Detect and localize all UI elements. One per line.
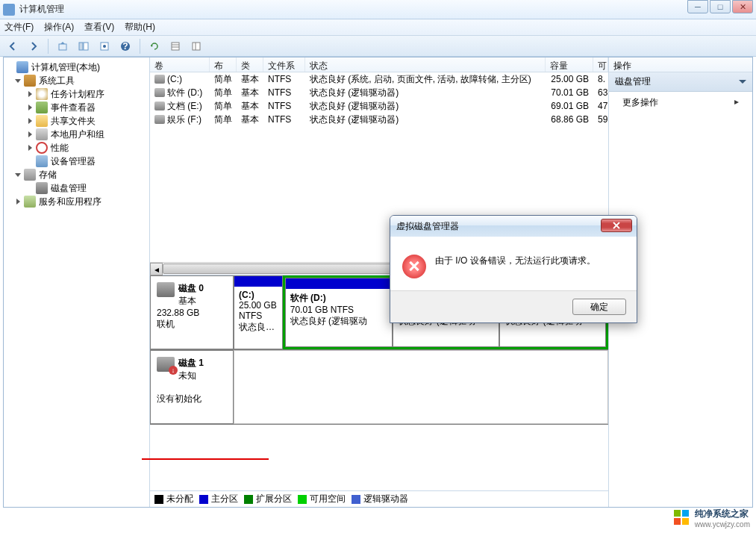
legend-logical: 逻辑驱动器 — [352, 493, 408, 505]
tree-root[interactable]: 计算机管理(本地) — [4, 60, 149, 74]
show-hide-tree-button[interactable] — [75, 38, 92, 54]
svg-point-4 — [103, 45, 106, 48]
col-layout[interactable]: 布局 — [210, 57, 237, 72]
actions-section[interactable]: 磁盘管理 — [609, 72, 752, 92]
expand-icon[interactable] — [26, 131, 34, 139]
col-volume[interactable]: 卷 — [150, 57, 210, 72]
disk-icon — [157, 282, 175, 297]
partition-header — [286, 278, 393, 289]
scroll-thumb[interactable] — [163, 264, 422, 274]
dialog-title: 虚拟磁盘管理器 — [396, 220, 459, 233]
help-button[interactable]: ? — [117, 38, 134, 54]
legend-free: 可用空间 — [298, 493, 346, 505]
legend-unallocated: 未分配 — [154, 493, 193, 505]
partition-header — [234, 276, 282, 287]
list-view-button[interactable] — [167, 38, 184, 54]
tools-icon — [24, 75, 36, 87]
dialog-titlebar[interactable]: 虚拟磁盘管理器 — [390, 216, 637, 237]
legend-extended: 扩展分区 — [244, 493, 292, 505]
volume-icon — [154, 102, 165, 110]
dialog-footer: 确定 — [390, 290, 637, 322]
volume-row[interactable]: 娱乐 (F:)简单基本NTFS状态良好 (逻辑驱动器)68.86 GB59 — [150, 113, 608, 126]
volume-header: 卷 布局 类型 文件系统 状态 容量 可 — [150, 57, 608, 72]
col-status[interactable]: 状态 — [305, 57, 546, 72]
chevron-up-icon — [739, 80, 746, 84]
storage-icon — [24, 169, 36, 181]
services-icon — [24, 196, 36, 208]
partition-c[interactable]: (C:) 25.00 GB NTFS 状态良好 (系统, 启 — [234, 275, 283, 349]
device-icon — [36, 155, 48, 167]
disk-0-info[interactable]: 磁盘 0 基本 232.88 GB 联机 — [150, 275, 234, 349]
separator — [48, 39, 49, 54]
disk-1-row[interactable]: 磁盘 1 未知 没有初始化 — [150, 350, 608, 425]
tree-scheduler[interactable]: 任务计划程序 — [4, 87, 149, 101]
disk-1-partitions — [234, 350, 608, 424]
scroll-left-button[interactable]: ◂ — [150, 263, 163, 275]
svg-rect-10 — [193, 43, 200, 50]
annotation-underline — [142, 458, 269, 460]
detail-view-button[interactable] — [188, 38, 204, 54]
close-button[interactable]: ✕ — [732, 0, 753, 13]
tree-eventviewer[interactable]: 事件查看器 — [4, 101, 149, 114]
unallocated-space[interactable] — [234, 350, 608, 424]
tree-pane: 计算机管理(本地) 系统工具 任务计划程序 事件查看器 共享文件夹 本地用户和组… — [4, 57, 150, 507]
watermark-logo — [674, 510, 690, 526]
actions-header: 操作 — [609, 57, 752, 72]
refresh-button[interactable] — [146, 38, 163, 54]
event-icon — [36, 102, 48, 113]
forward-button[interactable] — [25, 38, 42, 54]
toolbar: ? — [0, 36, 756, 57]
error-dialog: 虚拟磁盘管理器 由于 I/O 设备错误，无法运行此项请求。 确定 — [390, 215, 637, 323]
folder-icon — [36, 115, 48, 127]
volume-row[interactable]: 文档 (E:)简单基本NTFS状态良好 (逻辑驱动器)69.01 GB47 — [150, 99, 608, 113]
expand-icon[interactable] — [26, 117, 34, 125]
volume-icon — [154, 75, 165, 84]
maximize-button[interactable]: □ — [710, 0, 731, 13]
disk-error-icon — [157, 357, 175, 372]
dialog-body: 由于 I/O 设备错误，无法运行此项请求。 — [390, 237, 637, 290]
expand-icon[interactable] — [26, 144, 34, 152]
legend: 未分配 主分区 扩展分区 可用空间 逻辑驱动器 — [150, 490, 608, 507]
dialog-ok-button[interactable]: 确定 — [572, 299, 626, 315]
col-fs[interactable]: 文件系统 — [263, 57, 305, 72]
col-capacity[interactable]: 容量 — [546, 57, 593, 72]
window-buttons: ─ □ ✕ — [687, 0, 753, 13]
tree-storage[interactable]: 存储 — [4, 168, 149, 181]
expand-icon[interactable] — [14, 171, 22, 179]
expand-icon[interactable] — [26, 104, 34, 112]
disk-1-info[interactable]: 磁盘 1 未知 没有初始化 — [150, 350, 234, 424]
dialog-close-button[interactable] — [601, 219, 632, 232]
error-icon — [402, 255, 426, 278]
tree-services[interactable]: 服务和应用程序 — [4, 195, 149, 208]
tree-devmgr[interactable]: 设备管理器 — [4, 155, 149, 168]
tree-users[interactable]: 本地用户和组 — [4, 128, 149, 141]
up-button[interactable] — [54, 38, 71, 54]
menubar: 文件(F) 操作(A) 查看(V) 帮助(H) — [0, 19, 756, 36]
actions-more[interactable]: 更多操作▸ — [609, 92, 752, 113]
menu-file[interactable]: 文件(F) — [4, 21, 34, 34]
tree-diskmgmt[interactable]: 磁盘管理 — [4, 181, 149, 195]
separator — [140, 39, 140, 54]
properties-button[interactable] — [96, 38, 113, 54]
minimize-button[interactable]: ─ — [687, 0, 708, 13]
menu-help[interactable]: 帮助(H) — [125, 21, 155, 34]
svg-rect-0 — [59, 44, 66, 50]
app-icon — [3, 4, 15, 16]
expand-icon[interactable] — [26, 90, 34, 99]
tree-perf[interactable]: 性能 — [4, 141, 149, 155]
menu-action[interactable]: 操作(A) — [44, 21, 74, 34]
volume-row[interactable]: 软件 (D:)简单基本NTFS状态良好 (逻辑驱动器)70.01 GB63 — [150, 86, 608, 99]
tree-shared[interactable]: 共享文件夹 — [4, 114, 149, 128]
back-button[interactable] — [4, 38, 21, 54]
col-free[interactable]: 可 — [593, 57, 608, 72]
watermark-url: www.ycwjzy.com — [695, 520, 750, 529]
volume-row[interactable]: (C:)简单基本NTFS状态良好 (系统, 启动, 页面文件, 活动, 故障转储… — [150, 72, 608, 86]
partition-d[interactable]: 软件 (D:) 70.01 GB NTFS 状态良好 (逻辑驱动 — [285, 278, 393, 347]
window-title: 计算机管理 — [19, 3, 64, 16]
perf-icon — [36, 142, 48, 154]
tree-systools[interactable]: 系统工具 — [4, 74, 149, 87]
menu-view[interactable]: 查看(V) — [84, 21, 114, 34]
expand-icon[interactable] — [14, 198, 22, 206]
col-type[interactable]: 类型 — [237, 57, 263, 72]
expand-icon[interactable] — [14, 77, 22, 85]
